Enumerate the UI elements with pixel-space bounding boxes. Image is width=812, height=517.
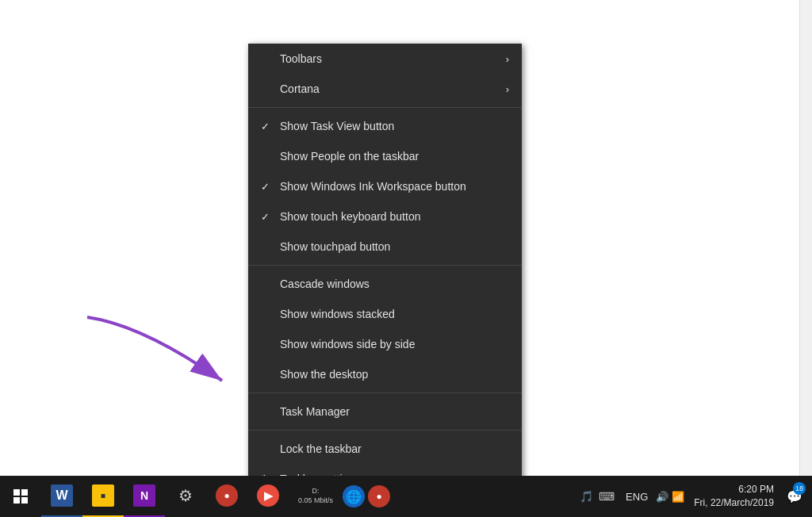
taskbar-app-6[interactable]: ▶ — [247, 476, 289, 517]
taskbar-app-settings[interactable]: ⚙ — [165, 476, 206, 517]
menu-item-touch-keyboard[interactable]: ✓ Show touch keyboard button — [248, 201, 522, 232]
data-rate-value: 0.05 Mbit/s — [298, 496, 333, 506]
desktop: Toolbars › Cortana › ✓ Show Task View bu… — [0, 0, 812, 476]
sticky-notes-icon: ▪ — [92, 484, 114, 507]
browser-icon[interactable]: 🌐 — [343, 485, 365, 507]
clock-time: 6:20 PM — [738, 483, 774, 496]
scrollbar[interactable] — [799, 0, 812, 476]
menu-divider — [248, 430, 522, 431]
menu-label: Show Task View button — [280, 120, 394, 132]
notification-center-button[interactable]: 💬 18 — [780, 476, 809, 517]
menu-label: Show touch keyboard button — [280, 210, 420, 223]
menu-label: Toolbars — [280, 52, 322, 65]
taskbar-apps: W ▪ N ⚙ ● ▶ — [41, 476, 289, 517]
menu-item-touchpad[interactable]: Show touchpad button — [248, 232, 522, 262]
taskbar-app-onenote[interactable]: N — [124, 476, 165, 517]
menu-item-cortana[interactable]: Cortana › — [248, 74, 522, 104]
menu-label: Cortana — [280, 82, 320, 95]
settings-icon: ⚙ — [174, 484, 197, 507]
menu-item-task-manager[interactable]: Task Manager — [248, 396, 522, 427]
status-icons: 🔊 📶 — [653, 491, 688, 503]
language-indicator[interactable]: ENG — [621, 491, 653, 503]
menu-item-people[interactable]: Show People on the taskbar — [248, 141, 522, 171]
system-clock[interactable]: 6:20 PM Fri, 22/March/2019 — [688, 483, 780, 510]
checkmark-icon: ✓ — [261, 181, 270, 193]
menu-label: Show windows side by side — [280, 338, 415, 350]
menu-item-side-by-side[interactable]: Show windows side by side — [248, 329, 522, 359]
windows-logo-icon — [13, 489, 28, 504]
taskbar-app-sticky-notes[interactable]: ▪ — [82, 476, 124, 517]
menu-item-stacked[interactable]: Show windows stacked — [248, 299, 522, 329]
menu-item-task-view[interactable]: ✓ Show Task View button — [248, 111, 522, 141]
menu-label: Show People on the taskbar — [280, 150, 419, 163]
menu-label: Show touchpad button — [280, 240, 390, 253]
network-icon[interactable]: 🔊 — [656, 491, 668, 503]
menu-item-toolbars[interactable]: Toolbars › — [248, 44, 522, 74]
menu-label: Lock the taskbar — [280, 442, 362, 455]
menu-label: Task Manager — [280, 405, 350, 418]
checkmark-icon: ✓ — [261, 211, 270, 223]
menu-divider — [248, 393, 522, 393]
app6-icon: ▶ — [257, 484, 279, 507]
arrow-annotation — [79, 309, 254, 389]
data-rate-label: D: — [312, 487, 320, 496]
network-data-rate: D: 0.05 Mbit/s — [295, 487, 336, 505]
menu-item-lock-taskbar[interactable]: Lock the taskbar — [248, 434, 522, 464]
menu-label: Show the desktop — [280, 368, 368, 381]
app-icon-extra[interactable]: ● — [368, 485, 390, 507]
taskbar: W ▪ N ⚙ ● ▶ D: 0.05 Mbit/s 🌐 ● 🎵 — [0, 476, 812, 517]
submenu-arrow-icon: › — [506, 83, 509, 95]
systray-icons: 🎵 ⌨ — [572, 488, 621, 504]
taskbar-app-word[interactable]: W — [41, 476, 82, 517]
menu-label: Show windows stacked — [280, 308, 395, 320]
menu-item-show-desktop[interactable]: Show the desktop — [248, 359, 522, 389]
menu-divider — [248, 107, 522, 108]
notification-badge: 18 — [793, 482, 806, 495]
taskbar-right: 🎵 ⌨ ENG 🔊 📶 6:20 PM Fri, 22/March/2019 💬… — [572, 476, 812, 517]
menu-label: Cascade windows — [280, 278, 370, 290]
keyboard-icon[interactable]: ⌨ — [599, 488, 615, 504]
menu-item-ink-workspace[interactable]: ✓ Show Windows Ink Workspace button — [248, 171, 522, 201]
audio-icon[interactable]: 🎵 — [578, 488, 594, 504]
start-button[interactable] — [0, 476, 41, 517]
battery-icon[interactable]: 📶 — [672, 491, 684, 503]
checkmark-icon: ✓ — [261, 121, 270, 132]
onenote-icon: N — [133, 484, 155, 507]
taskbar-center: D: 0.05 Mbit/s 🌐 ● — [289, 485, 572, 507]
submenu-arrow-icon: › — [506, 53, 509, 65]
word-icon: W — [51, 484, 73, 507]
menu-item-cascade[interactable]: Cascade windows — [248, 269, 522, 299]
context-menu: Toolbars › Cortana › ✓ Show Task View bu… — [248, 44, 522, 494]
menu-divider — [248, 265, 522, 266]
clock-date: Fri, 22/March/2019 — [694, 496, 774, 510]
menu-label: Show Windows Ink Workspace button — [280, 180, 466, 193]
taskbar-app-5[interactable]: ● — [206, 476, 247, 517]
app5-icon: ● — [216, 484, 238, 507]
